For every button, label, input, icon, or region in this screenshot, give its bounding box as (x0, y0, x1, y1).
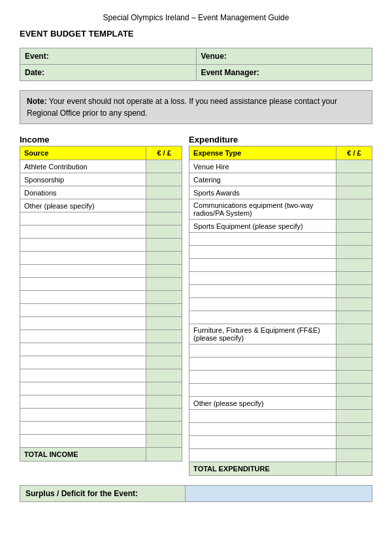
income-row (20, 422, 182, 435)
expense-type-header: Expense Type (189, 146, 336, 160)
expenditure-row-amount (336, 246, 372, 259)
income-row (20, 330, 182, 343)
expenditure-row (189, 423, 372, 436)
expenditure-row-amount (336, 298, 372, 311)
income-row-amount (146, 265, 182, 278)
expenditure-row-label: Sports Awards (189, 186, 336, 199)
note-box: Note: Your event should not operate at a… (20, 90, 372, 124)
expenditure-row (189, 233, 372, 246)
income-row: Athlete Contribution (20, 160, 182, 173)
main-title: EVENT BUDGET TEMPLATE (20, 29, 372, 39)
expenditure-row-amount (336, 259, 372, 272)
income-row-amount (146, 186, 182, 199)
expenditure-row-label: Sports Equipment (please specify) (189, 220, 336, 233)
expenditure-row (189, 272, 372, 285)
income-row-label (20, 369, 146, 382)
date-label: Date: (20, 65, 197, 81)
income-row-label (20, 356, 146, 369)
income-row-label (20, 422, 146, 435)
event-label: Event: (20, 48, 197, 65)
expenditure-row-label: Venue Hire (189, 160, 336, 173)
income-row (20, 265, 182, 278)
surplus-table: Surplus / Deficit for the Event: (20, 485, 372, 502)
expenditure-row: Sports Equipment (please specify) (189, 220, 372, 233)
expenditure-row-amount (336, 272, 372, 285)
expenditure-row-label: Communications equipment (two-way radios… (189, 199, 336, 220)
expenditure-row-label: Furniture, Fixtures & Equipment (FF&E) (… (189, 324, 336, 345)
income-row (20, 291, 182, 304)
expenditure-row: Other (please specify) (189, 397, 372, 410)
expenditure-row-amount (336, 220, 372, 233)
income-row-amount (146, 278, 182, 291)
expenditure-row-label (189, 259, 336, 272)
expenditure-row-amount (336, 233, 372, 246)
income-row: Other (please specify) (20, 199, 182, 212)
expenditure-row (189, 371, 372, 384)
income-row-amount (146, 409, 182, 422)
income-row-label (20, 409, 146, 422)
income-row-label (20, 435, 146, 448)
expenditure-amount-header: € / £ (336, 146, 372, 160)
income-row (20, 382, 182, 395)
income-row-amount (146, 435, 182, 448)
income-title: Income (20, 135, 182, 144)
income-row (20, 356, 182, 369)
income-row-amount (146, 199, 182, 212)
expenditure-row: Furniture, Fixtures & Equipment (FF&E) (… (189, 324, 372, 345)
expenditure-row-label: Catering (189, 173, 336, 186)
expenditure-row-amount (336, 423, 372, 436)
income-row (20, 278, 182, 291)
expenditure-row-label (189, 311, 336, 324)
expenditure-row-label (189, 285, 336, 298)
income-row-label (20, 395, 146, 409)
surplus-section: Surplus / Deficit for the Event: (20, 485, 372, 502)
expenditure-row-amount (336, 436, 372, 449)
income-row-label: Donations (20, 186, 146, 199)
note-text: Your event should not operate at a loss.… (27, 97, 337, 118)
income-total-row: TOTAL INCOME (20, 448, 182, 462)
expenditure-row-amount (336, 160, 372, 173)
expenditure-row (189, 311, 372, 324)
income-row (20, 212, 182, 226)
income-row (20, 226, 182, 239)
income-row-amount (146, 330, 182, 343)
expenditure-row (189, 298, 372, 311)
expenditure-row-label: Other (please specify) (189, 397, 336, 410)
surplus-label: Surplus / Deficit for the Event: (20, 486, 186, 502)
expenditure-row-label (189, 436, 336, 449)
expenditure-total-row: TOTAL EXPENDITURE (189, 462, 372, 476)
expenditure-row-label (189, 410, 336, 423)
expenditure-row: Venue Hire (189, 160, 372, 173)
income-table: Source € / £ Athlete ContributionSponsor… (20, 146, 182, 462)
income-row (20, 304, 182, 317)
income-row-amount (146, 304, 182, 317)
expenditure-table: Expense Type € / £ Venue HireCateringSpo… (189, 146, 372, 476)
income-amount-header: € / £ (146, 146, 182, 160)
expenditure-row (189, 285, 372, 298)
income-row-label: Sponsorship (20, 173, 146, 186)
income-row-label (20, 330, 146, 343)
expenditure-row-amount (336, 384, 372, 397)
income-row-amount (146, 422, 182, 435)
expenditure-total-value (336, 462, 372, 476)
expenditure-row-amount (336, 173, 372, 186)
expenditure-row (189, 345, 372, 358)
income-row-label (20, 239, 146, 252)
expenditure-row-amount (336, 397, 372, 410)
income-row-label: Athlete Contribution (20, 160, 146, 173)
expenditure-panel: Expenditure Expense Type € / £ Venue Hir… (189, 135, 372, 476)
income-row-label: Other (please specify) (20, 199, 146, 212)
expenditure-title: Expenditure (189, 135, 372, 144)
expenditure-row (189, 358, 372, 371)
expenditure-row-amount (336, 358, 372, 371)
income-row (20, 435, 182, 448)
budget-section: Income Source € / £ Athlete Contribution… (20, 135, 372, 476)
income-row-amount (146, 212, 182, 226)
expenditure-row-label (189, 233, 336, 246)
income-row-amount (146, 317, 182, 330)
expenditure-row-label (189, 371, 336, 384)
income-row-amount (146, 369, 182, 382)
income-row-amount (146, 395, 182, 409)
income-row-label (20, 382, 146, 395)
income-row (20, 369, 182, 382)
